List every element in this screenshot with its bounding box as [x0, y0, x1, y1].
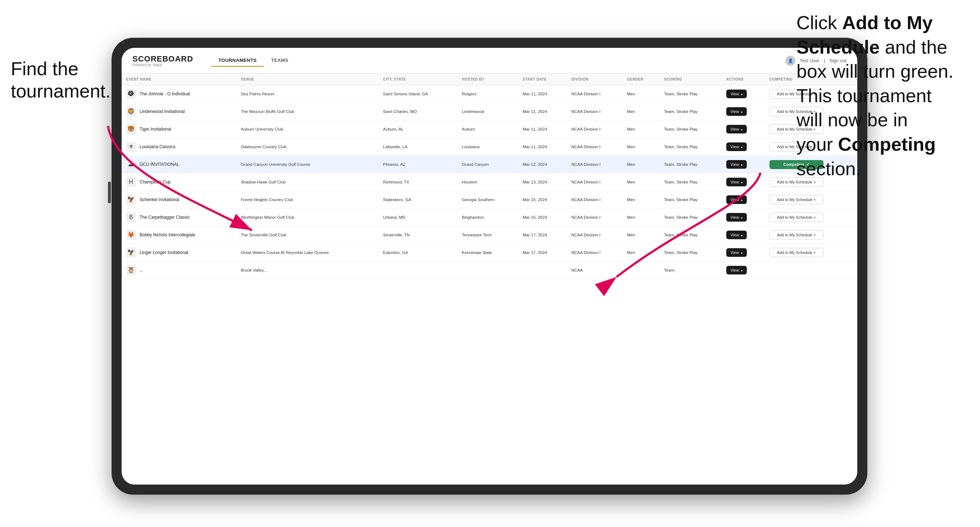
table-header-row: EVENT NAME VENUE CITY, STATE HOSTED BY S…	[122, 74, 857, 85]
tab-teams[interactable]: TEAMS	[264, 55, 296, 67]
cell-scoring: Team, Stroke Play	[660, 121, 722, 138]
nav-tabs: TOURNAMENTS TEAMS	[211, 55, 296, 67]
cell-venue: The Missouri Bluffs Golf Club	[237, 103, 379, 121]
cell-date: Mar 16, 2024	[518, 209, 567, 226]
team-logo: 🦁	[126, 106, 136, 117]
col-gender: GENDER	[623, 74, 660, 85]
cell-date: Mar 11, 2024	[518, 121, 567, 138]
col-city-state: CITY, STATE	[379, 74, 457, 85]
cell-actions: View	[722, 103, 765, 121]
cell-city: Sevierville, TN	[379, 226, 457, 244]
cell-venue: Great Waters Course At Reynolds Lake Oco…	[237, 244, 379, 262]
cell-hosted: Georgia Southern	[457, 191, 518, 209]
cell-venue: Sea Palms Resort	[237, 85, 379, 103]
cell-hosted: Grand Canyon	[457, 156, 518, 173]
cell-gender: Men	[623, 138, 660, 156]
cell-date: Mar 15, 2024	[518, 191, 567, 209]
cell-city: Auburn, AL	[379, 121, 457, 138]
cell-division: NCAA Division I	[567, 121, 623, 138]
col-start-date: START DATE	[518, 74, 567, 85]
cell-scoring: Team, Stroke Play	[660, 103, 722, 121]
cell-event-name: 🦁 Lindenwood Invitational	[122, 103, 237, 121]
user-avatar: 👤	[785, 56, 795, 66]
view-button[interactable]: View	[726, 160, 747, 169]
arrow-right	[609, 173, 789, 282]
annotation-right: Click Add to MySchedule and thebox will …	[797, 11, 969, 181]
cell-city: Eatonton, GA	[379, 244, 457, 262]
cell-hosted: Lindenwood	[457, 103, 518, 121]
team-logo: 🦉	[126, 265, 136, 275]
team-logo: 🅡	[126, 89, 136, 99]
cell-actions: View	[722, 138, 765, 156]
eye-icon	[741, 110, 743, 114]
cell-gender: Men	[623, 85, 660, 103]
eye-icon	[741, 92, 743, 96]
cell-city: Phoenix, AZ	[379, 156, 457, 173]
cell-city: Richmond, TX	[379, 173, 457, 191]
view-button[interactable]: View	[726, 143, 747, 151]
cell-gender: Men	[623, 156, 660, 173]
cell-hosted: Auburn	[457, 121, 518, 138]
cell-city: Saint Simons Island, GA	[379, 85, 457, 103]
col-division: DIVISION	[567, 74, 623, 85]
cell-date: Mar 12, 2024	[518, 156, 567, 173]
cell-date	[518, 262, 567, 279]
event-name-text: The Johnnie - O Individual	[140, 91, 190, 97]
arrow-left	[79, 126, 259, 235]
cell-city: Saint Charles, MO	[379, 103, 457, 121]
cell-division: NCAA Division I	[567, 138, 623, 156]
cell-actions: View	[722, 121, 765, 138]
cell-division: NCAA Division I	[567, 156, 623, 173]
cell-actions: View	[722, 156, 765, 173]
cell-scoring: Team, Stroke Play	[660, 138, 722, 156]
col-venue: VENUE	[237, 74, 379, 85]
cell-hosted: Rutgers	[457, 85, 518, 103]
cell-date: Mar 13, 2024	[518, 173, 567, 191]
cell-division: NCAA Division I	[567, 85, 623, 103]
cell-hosted: Binghamton	[457, 209, 518, 226]
cell-date: Mar 11, 2024	[518, 85, 567, 103]
cell-date: Mar 11, 2024	[518, 103, 567, 121]
cell-event-name: 🦉 ...	[122, 262, 237, 279]
cell-date: Mar 17, 2024	[518, 244, 567, 262]
col-event-name: EVENT NAME	[122, 74, 237, 85]
cell-scoring: Team, Stroke Play	[660, 85, 722, 103]
app-logo: SCOREBOARD	[132, 54, 193, 63]
view-button[interactable]: View	[726, 90, 747, 98]
cell-hosted: Kennesaw State	[457, 244, 518, 262]
table-row: 🦁 Lindenwood Invitational The Missouri B…	[122, 103, 857, 121]
app-header: SCOREBOARD Powered by clippd TOURNAMENTS…	[122, 48, 857, 74]
eye-icon	[741, 127, 743, 131]
col-scoring: SCORING	[660, 74, 722, 85]
cell-gender: Men	[623, 121, 660, 138]
event-name-text: Lindenwood Invitational	[140, 109, 185, 115]
logo-area: SCOREBOARD Powered by clippd	[132, 54, 193, 67]
cell-city: Statesboro, GA	[379, 191, 457, 209]
cell-city: Lafayette, LA	[379, 138, 457, 156]
team-logo: 🦅	[126, 248, 136, 257]
cell-date: Mar 17, 2024	[518, 226, 567, 244]
tab-tournaments[interactable]: TOURNAMENTS	[211, 55, 264, 67]
view-button[interactable]: View	[726, 125, 747, 133]
cell-city: Urbana, MD	[379, 209, 457, 226]
col-actions: ACTIONS	[722, 74, 765, 85]
cell-actions: View	[722, 85, 765, 103]
cell-gender: Men	[623, 103, 660, 121]
cell-scoring: Team, Stroke Play	[660, 156, 722, 173]
cell-division: NCAA Division I	[567, 103, 623, 121]
cell-hosted	[457, 262, 518, 279]
cell-hosted: Houston	[457, 173, 518, 191]
cell-event-name: 🦅 Linger Longer Invitational	[122, 244, 237, 262]
view-button[interactable]: View	[726, 107, 747, 116]
cell-hosted: Tennessee Tech	[457, 226, 518, 244]
event-name-text: Linger Longer Invitational	[140, 250, 188, 256]
app-logo-sub: Powered by clippd	[132, 63, 193, 67]
annotation-left: Find the tournament.	[11, 57, 111, 103]
cell-date: Mar 11, 2024	[518, 138, 567, 156]
cell-event-name: 🅡 The Johnnie - O Individual	[122, 85, 237, 103]
cell-hosted: Louisiana	[457, 138, 518, 156]
event-name-text: ...	[140, 267, 143, 273]
eye-icon	[741, 144, 743, 149]
cell-city	[379, 262, 457, 279]
annotation-bold-competing: Competing	[838, 134, 936, 155]
